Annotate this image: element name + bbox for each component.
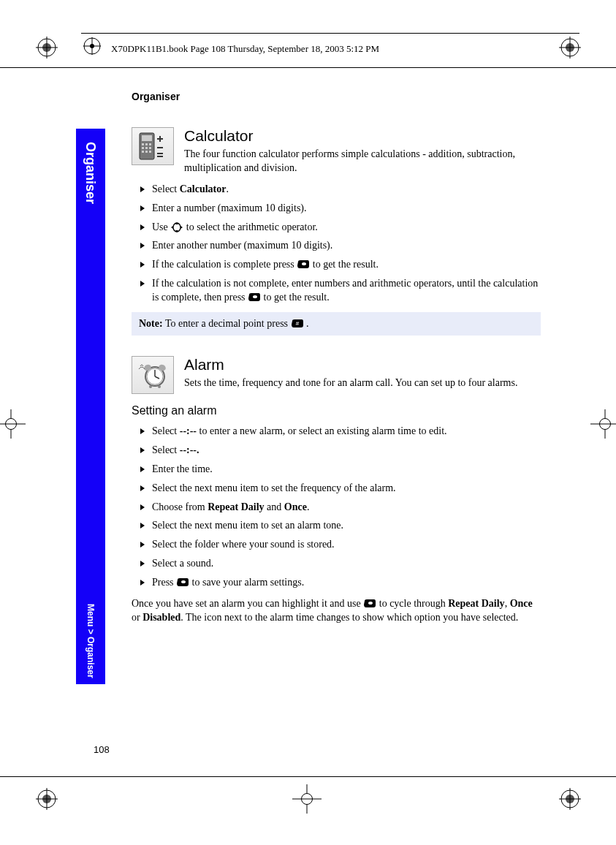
- softkey-icon: [176, 577, 189, 588]
- list-item: Use to select the arithmetic operator.: [132, 221, 541, 235]
- svg-rect-27: [149, 147, 151, 149]
- list-item: Choose from Repeat Daily and Once.: [132, 501, 541, 515]
- list-item: If the calculation is complete press to …: [132, 258, 541, 272]
- svg-rect-30: [149, 151, 151, 153]
- svg-rect-24: [149, 143, 151, 145]
- header-rule: [81, 33, 579, 34]
- regmark-icon: [559, 788, 581, 810]
- svg-text:#: #: [295, 320, 299, 327]
- list-item: Select a sound.: [132, 557, 541, 571]
- calculator-icon: [132, 127, 174, 165]
- svg-rect-29: [145, 151, 148, 153]
- alarm-steps: Select --:-- to enter a new alarm, or se…: [132, 425, 541, 590]
- calculator-heading: Calculator: [184, 127, 541, 145]
- alarm-heading: Alarm: [184, 356, 517, 374]
- regmark-icon: [36, 788, 58, 810]
- svg-point-53: [368, 602, 373, 605]
- regmark-icon: [36, 37, 58, 58]
- alarm-paragraph: Once you have set an alarm you can highl…: [132, 597, 541, 625]
- svg-marker-39: [171, 226, 173, 229]
- side-tab: Organiser Menu > Organiser: [76, 129, 105, 684]
- svg-rect-28: [142, 151, 144, 153]
- crosshair-icon: [590, 409, 616, 439]
- crosshair-icon: [0, 409, 26, 439]
- svg-point-42: [253, 295, 257, 298]
- side-tab-breadcrumb: Menu > Organiser: [85, 604, 96, 678]
- header-rule: [0, 67, 616, 68]
- book-info: X70DPK11B1.book Page 108 Thursday, Septe…: [111, 43, 379, 55]
- softkey-icon: [363, 599, 376, 609]
- list-item: Select --:-- to enter a new alarm, or se…: [132, 425, 541, 439]
- alarm-subheading: Setting an alarm: [132, 404, 541, 417]
- side-tab-label: Organiser: [83, 142, 98, 204]
- list-item: Select the folder where your sound is st…: [132, 538, 541, 552]
- svg-rect-21: [142, 135, 152, 141]
- svg-point-50: [149, 385, 152, 388]
- regmark-icon: [81, 35, 103, 57]
- note-box: Note: To enter a decimal point press # .: [132, 312, 541, 336]
- list-item: Enter a number (maximum 10 digits).: [132, 202, 541, 216]
- svg-rect-22: [142, 143, 144, 145]
- list-item: Select --:--.: [132, 444, 541, 458]
- softkey-icon: [297, 259, 310, 270]
- svg-marker-40: [180, 226, 183, 229]
- list-item: Enter another number (maximum 10 digits)…: [132, 239, 541, 253]
- footer-rule: [0, 776, 616, 777]
- alarm-description: Sets the time, frequency and tone for an…: [184, 376, 517, 390]
- svg-point-52: [181, 580, 186, 583]
- hash-key-icon: #: [291, 319, 304, 329]
- alarm-icon: [132, 356, 174, 394]
- list-item: Select Calculator.: [132, 183, 541, 197]
- nav-key-icon: [170, 222, 183, 232]
- svg-point-41: [302, 262, 306, 265]
- page-content: Organiser Calculator The four function c…: [132, 91, 541, 625]
- svg-rect-25: [142, 147, 144, 149]
- softkey-icon: [248, 292, 261, 303]
- running-head: Organiser: [132, 91, 541, 102]
- list-item: If the calculation is not complete, ente…: [132, 277, 541, 305]
- svg-point-51: [158, 385, 161, 388]
- list-item: Select the next menu item to set an alar…: [132, 519, 541, 533]
- svg-rect-23: [145, 143, 148, 145]
- list-item: Select the next menu item to set the fre…: [132, 482, 541, 496]
- calculator-description: The four function calculator performs si…: [184, 148, 541, 175]
- list-item: Press to save your alarm settings.: [132, 576, 541, 590]
- crosshair-icon: [292, 784, 322, 814]
- regmark-icon: [559, 37, 581, 58]
- svg-rect-26: [145, 147, 148, 149]
- calculator-steps: Select Calculator. Enter a number (maxim…: [132, 183, 541, 305]
- list-item: Enter the time.: [132, 463, 541, 477]
- page-number: 108: [94, 744, 110, 755]
